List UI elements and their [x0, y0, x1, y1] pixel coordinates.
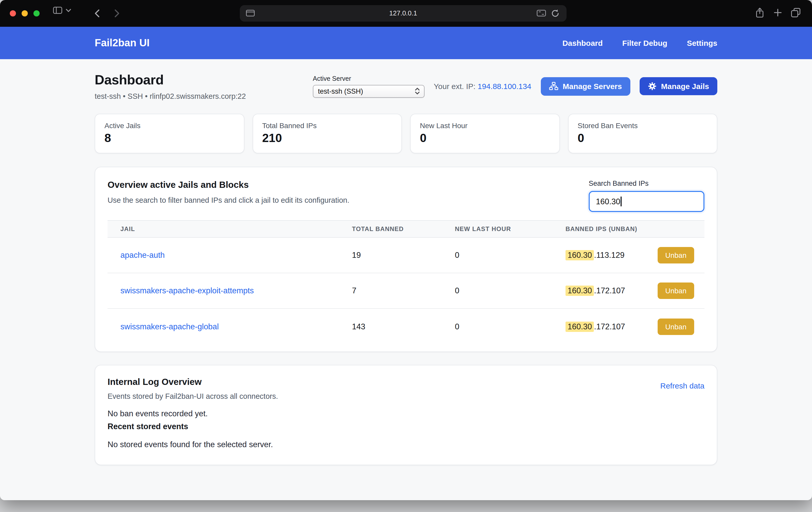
share-button[interactable]: [755, 7, 765, 18]
gear-icon: [647, 82, 656, 91]
share-icon: [755, 7, 765, 18]
unban-button[interactable]: Unban: [657, 318, 694, 335]
log-title-block: Internal Log Overview Events stored by F…: [108, 377, 278, 400]
plus-icon: [774, 8, 782, 17]
chevron-left-icon: [92, 8, 104, 19]
nav-item-filter-debug[interactable]: Filter Debug: [622, 38, 667, 47]
banned-ip-cell: 160.30.172.107 Unban: [566, 318, 694, 335]
search-banned-ips-input[interactable]: 160.30: [589, 191, 704, 212]
search-block: Search Banned IPs 160.30: [589, 179, 704, 212]
sitemap-icon: [549, 82, 558, 91]
internal-log-panel: Internal Log Overview Events stored by F…: [95, 365, 717, 465]
header-actions: Active Server test-ssh (SSH) Your ext. I…: [313, 75, 717, 97]
jail-link-apache-global[interactable]: swissmakers-apache-global: [120, 322, 219, 331]
recent-events-title: Recent stored events: [108, 422, 704, 431]
overview-subtitle: Use the search to filter banned IPs and …: [108, 196, 349, 204]
active-server-select[interactable]: test-ssh (SSH): [313, 85, 425, 97]
search-label: Search Banned IPs: [589, 179, 704, 187]
chrome-right-buttons: [755, 7, 801, 18]
manage-jails-button[interactable]: Manage Jails: [639, 77, 717, 95]
jails-overview-panel: Overview active Jails and Blocks Use the…: [95, 167, 717, 352]
stat-card-stored-events: Stored Ban Events 0: [568, 114, 717, 153]
refresh-data-link[interactable]: Refresh data: [660, 381, 704, 390]
banned-ip-cell: 160.30.172.107 Unban: [566, 283, 694, 299]
manage-servers-button[interactable]: Manage Servers: [541, 77, 630, 95]
page-subtitle: test-ssh • SSH • rlinfp02.swissmakers.co…: [95, 92, 246, 100]
translate-icon[interactable]: [537, 10, 546, 17]
minimize-button[interactable]: [22, 10, 28, 17]
banned-ip-cell: 160.30.113.129 Unban: [566, 247, 694, 263]
address-bar[interactable]: 127.0.0.1: [240, 5, 567, 22]
close-button[interactable]: [10, 10, 16, 17]
select-arrows-icon: [414, 87, 421, 95]
no-stored-events-text: No stored events found for the selected …: [108, 440, 704, 449]
ip-rest: .172.107: [594, 286, 625, 295]
no-ban-events-text: No ban events recorded yet.: [108, 409, 704, 418]
screen: 127.0.0.1: [0, 0, 812, 512]
nav-links: Dashboard Filter Debug Settings: [562, 38, 717, 47]
chevron-right-icon: [111, 8, 122, 19]
total-banned-value: 143: [352, 322, 455, 331]
app-navbar: Fail2ban UI Dashboard Filter Debug Setti…: [0, 27, 812, 59]
page-content: Dashboard test-ssh • SSH • rlinfp02.swis…: [95, 59, 717, 465]
text-caret: [621, 197, 621, 206]
jails-table: JAIL TOTAL BANNED NEW LAST HOUR BANNED I…: [108, 220, 704, 344]
zoom-button[interactable]: [33, 10, 40, 17]
ip-rest: .172.107: [594, 322, 625, 331]
browser-chrome: 127.0.0.1: [0, 0, 812, 27]
unban-button[interactable]: Unban: [657, 283, 694, 299]
total-banned-value: 19: [352, 251, 455, 260]
page-title-block: Dashboard test-ssh • SSH • rlinfp02.swis…: [95, 72, 246, 100]
external-ip: Your ext. IP: 194.88.100.134: [434, 82, 531, 91]
ip-match-highlight: 160.30: [566, 321, 594, 332]
window-controls: [10, 10, 40, 17]
new-tab-button[interactable]: [774, 8, 782, 17]
table-header: JAIL TOTAL BANNED NEW LAST HOUR BANNED I…: [108, 220, 704, 238]
back-button[interactable]: [92, 8, 104, 19]
app-brand[interactable]: Fail2ban UI: [95, 37, 149, 49]
chevron-down-icon: [66, 8, 71, 12]
stats-row: Active Jails 8 Total Banned IPs 210 New …: [95, 114, 717, 153]
overview-title: Overview active Jails and Blocks: [108, 179, 349, 190]
stat-card-new-last-hour: New Last Hour 0: [410, 114, 560, 153]
nav-item-dashboard[interactable]: Dashboard: [562, 38, 603, 47]
overview-title-block: Overview active Jails and Blocks Use the…: [108, 179, 349, 204]
tab-overview-button[interactable]: [791, 8, 801, 18]
stat-card-total-banned: Total Banned IPs 210: [252, 114, 402, 153]
sidebar-icon: [53, 7, 62, 14]
url-text: 127.0.0.1: [240, 5, 567, 22]
jail-link-exploit-attempts[interactable]: swissmakers-apache-exploit-attempts: [120, 286, 254, 295]
page-title: Dashboard: [95, 72, 246, 88]
ip-match-highlight: 160.30: [566, 250, 594, 260]
browser-window: 127.0.0.1: [0, 0, 812, 500]
total-banned-value: 7: [352, 286, 455, 295]
table-row: swissmakers-apache-global 143 0 160.30.1…: [108, 309, 704, 344]
ip-rest: .113.129: [594, 251, 625, 260]
nav-item-settings[interactable]: Settings: [687, 38, 717, 47]
log-subtitle: Events stored by Fail2ban-UI across all …: [108, 392, 278, 400]
table-row: apache-auth 19 0 160.30.113.129 Unban: [108, 238, 704, 273]
page-header: Dashboard test-ssh • SSH • rlinfp02.swis…: [95, 72, 717, 100]
new-last-hour-value: 0: [455, 251, 566, 260]
active-server-label: Active Server: [313, 75, 425, 82]
table-row: swissmakers-apache-exploit-attempts 7 0 …: [108, 273, 704, 309]
tabs-icon: [791, 8, 801, 18]
reload-icon[interactable]: [551, 9, 560, 18]
sidebar-toggle-button[interactable]: [53, 7, 71, 14]
forward-button[interactable]: [111, 8, 122, 19]
stat-card-active-jails: Active Jails 8: [95, 114, 244, 153]
log-title: Internal Log Overview: [108, 377, 278, 388]
new-last-hour-value: 0: [455, 286, 566, 295]
external-ip-label: Your ext. IP:: [434, 82, 475, 91]
new-last-hour-value: 0: [455, 322, 566, 331]
jail-link-apache-auth[interactable]: apache-auth: [120, 251, 165, 259]
active-server-block: Active Server test-ssh (SSH): [313, 75, 425, 97]
external-ip-value[interactable]: 194.88.100.134: [478, 82, 531, 91]
ip-match-highlight: 160.30: [566, 286, 594, 296]
unban-button[interactable]: Unban: [657, 247, 694, 263]
